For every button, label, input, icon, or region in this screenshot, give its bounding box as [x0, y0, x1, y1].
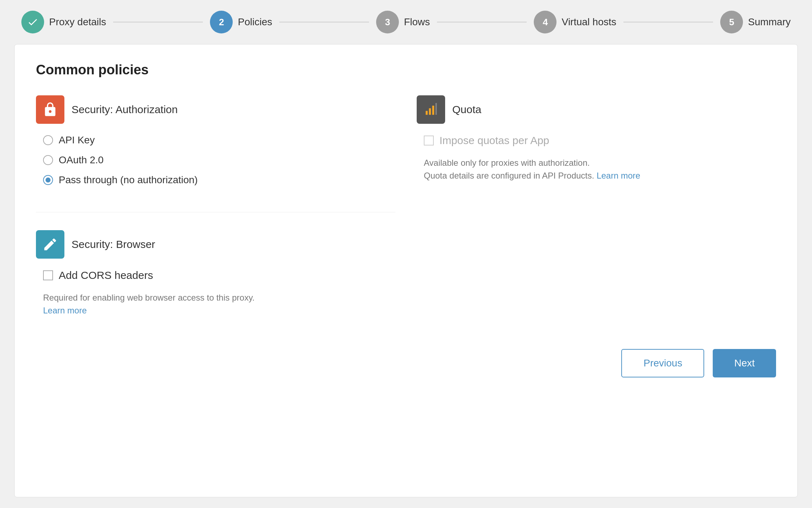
quota-description-line2: Quota details are configured in API Prod… [424, 171, 594, 180]
main-card: Common policies Security: Authorization [14, 44, 798, 497]
next-button[interactable]: Next [713, 349, 776, 377]
button-row: Previous Next [36, 338, 776, 377]
step-5-circle: 5 [720, 11, 743, 33]
quota-description-line1: Available only for proxies with authoriz… [424, 158, 590, 168]
step-2-circle: 2 [210, 11, 233, 33]
security-browser-title: Security: Browser [72, 238, 155, 250]
connector-2 [279, 22, 369, 22]
cors-description: Required for enabling web browser access… [43, 291, 395, 317]
step-4-circle: 4 [534, 11, 557, 33]
step-3-label: Flows [404, 16, 430, 28]
quota-section: Quota Impose quotas per App Available on… [417, 95, 776, 182]
step-policies[interactable]: 2 Policies [210, 11, 272, 33]
security-browser-section: Security: Browser Add CORS headers Requi… [36, 230, 395, 317]
card-title: Common policies [36, 62, 776, 78]
step-5-label: Summary [748, 16, 791, 28]
quota-checkbox-label: Impose quotas per App [439, 134, 549, 147]
security-auth-title: Security: Authorization [72, 104, 178, 116]
quota-title: Quota [452, 104, 481, 116]
cors-learn-more-link[interactable]: Learn more [43, 306, 87, 315]
step-1-label: Proxy details [49, 16, 106, 28]
cors-checkbox-input[interactable] [43, 270, 53, 280]
step-5-number: 5 [729, 17, 734, 28]
step-1-circle [21, 11, 44, 33]
connector-1 [113, 22, 203, 22]
step-proxy-details[interactable]: Proxy details [21, 11, 106, 33]
svg-rect-2 [432, 106, 434, 115]
security-auth-section: Security: Authorization API Key OAuth 2.… [36, 95, 395, 194]
svg-rect-1 [429, 108, 431, 115]
radio-api-key[interactable]: API Key [43, 134, 395, 146]
security-browser-icon [36, 230, 64, 259]
security-auth-icon [36, 95, 64, 124]
step-virtual-hosts[interactable]: 4 Virtual hosts [534, 11, 616, 33]
cors-description-text: Required for enabling web browser access… [43, 293, 255, 302]
quota-learn-more-link[interactable]: Learn more [597, 171, 640, 180]
stepper: Proxy details 2 Policies 3 Flows 4 Virtu… [14, 11, 798, 33]
step-3-number: 3 [385, 17, 390, 28]
step-summary[interactable]: 5 Summary [720, 11, 791, 33]
quota-description: Available only for proxies with authoriz… [424, 157, 776, 182]
quota-checkbox-input [424, 136, 434, 145]
policies-grid: Security: Authorization API Key OAuth 2.… [36, 95, 776, 317]
radio-api-key-label: API Key [59, 134, 95, 146]
radio-api-key-input[interactable] [43, 135, 53, 145]
step-2-label: Policies [238, 16, 272, 28]
cors-checkbox-label: Add CORS headers [59, 269, 153, 281]
security-auth-header: Security: Authorization [36, 95, 395, 124]
connector-4 [623, 22, 713, 22]
previous-button[interactable]: Previous [621, 349, 704, 377]
left-column: Security: Authorization API Key OAuth 2.… [36, 95, 395, 317]
connector-3 [437, 22, 527, 22]
security-browser-header: Security: Browser [36, 230, 395, 259]
radio-oauth-input[interactable] [43, 155, 53, 165]
step-3-circle: 3 [376, 11, 399, 33]
step-4-number: 4 [543, 17, 548, 28]
svg-rect-3 [436, 103, 437, 115]
right-column: Quota Impose quotas per App Available on… [417, 95, 776, 317]
step-4-label: Virtual hosts [561, 16, 616, 28]
section-divider [36, 212, 395, 212]
cors-checkbox-option[interactable]: Add CORS headers [43, 269, 395, 281]
quota-checkbox-option: Impose quotas per App [424, 134, 776, 147]
quota-header: Quota [417, 95, 776, 124]
step-2-number: 2 [219, 17, 224, 28]
radio-oauth[interactable]: OAuth 2.0 [43, 154, 395, 166]
radio-pass-through-label: Pass through (no authorization) [59, 174, 198, 186]
svg-rect-0 [426, 111, 428, 115]
step-flows[interactable]: 3 Flows [376, 11, 430, 33]
radio-pass-through[interactable]: Pass through (no authorization) [43, 174, 395, 186]
radio-oauth-label: OAuth 2.0 [59, 154, 104, 166]
quota-icon [417, 95, 445, 124]
radio-pass-through-input[interactable] [43, 175, 53, 185]
